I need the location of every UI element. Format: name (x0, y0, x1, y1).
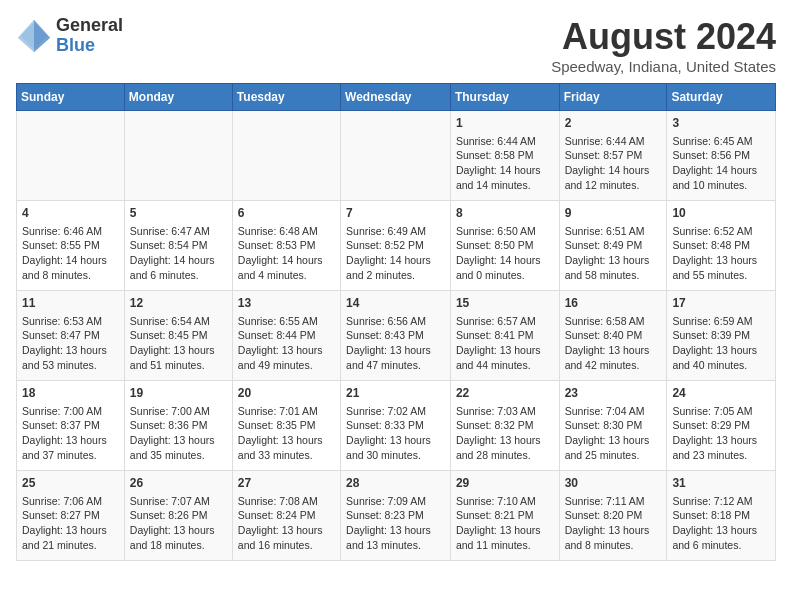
day-info: Daylight: 13 hours and 42 minutes. (565, 343, 662, 372)
day-info: Sunrise: 7:08 AM (238, 494, 335, 509)
day-info: Daylight: 13 hours and 49 minutes. (238, 343, 335, 372)
day-info: Daylight: 13 hours and 21 minutes. (22, 523, 119, 552)
day-info: Daylight: 13 hours and 51 minutes. (130, 343, 227, 372)
calendar-cell: 16Sunrise: 6:58 AMSunset: 8:40 PMDayligh… (559, 291, 667, 381)
day-number: 6 (238, 205, 335, 222)
day-number: 26 (130, 475, 227, 492)
day-info: Sunrise: 7:04 AM (565, 404, 662, 419)
day-info: Sunrise: 7:09 AM (346, 494, 445, 509)
day-number: 4 (22, 205, 119, 222)
day-info: Sunset: 8:29 PM (672, 418, 770, 433)
day-info: Daylight: 14 hours and 2 minutes. (346, 253, 445, 282)
day-info: Sunset: 8:47 PM (22, 328, 119, 343)
day-info: Sunrise: 7:00 AM (130, 404, 227, 419)
calendar-cell: 15Sunrise: 6:57 AMSunset: 8:41 PMDayligh… (450, 291, 559, 381)
calendar-cell: 27Sunrise: 7:08 AMSunset: 8:24 PMDayligh… (232, 471, 340, 561)
day-info: Daylight: 13 hours and 6 minutes. (672, 523, 770, 552)
day-info: Daylight: 13 hours and 33 minutes. (238, 433, 335, 462)
col-saturday: Saturday (667, 84, 776, 111)
calendar-cell: 22Sunrise: 7:03 AMSunset: 8:32 PMDayligh… (450, 381, 559, 471)
day-number: 22 (456, 385, 554, 402)
day-info: Sunset: 8:43 PM (346, 328, 445, 343)
calendar-cell (341, 111, 451, 201)
calendar-cell (232, 111, 340, 201)
day-info: Sunset: 8:30 PM (565, 418, 662, 433)
day-info: Sunset: 8:18 PM (672, 508, 770, 523)
day-number: 25 (22, 475, 119, 492)
day-info: Daylight: 13 hours and 13 minutes. (346, 523, 445, 552)
day-info: Sunset: 8:21 PM (456, 508, 554, 523)
calendar-cell: 18Sunrise: 7:00 AMSunset: 8:37 PMDayligh… (17, 381, 125, 471)
day-info: Sunrise: 7:06 AM (22, 494, 119, 509)
day-info: Daylight: 14 hours and 4 minutes. (238, 253, 335, 282)
day-info: Sunset: 8:20 PM (565, 508, 662, 523)
day-info: Sunset: 8:35 PM (238, 418, 335, 433)
day-number: 8 (456, 205, 554, 222)
logo-blue: Blue (56, 35, 95, 55)
day-info: Daylight: 14 hours and 6 minutes. (130, 253, 227, 282)
day-info: Sunset: 8:27 PM (22, 508, 119, 523)
calendar-cell: 31Sunrise: 7:12 AMSunset: 8:18 PMDayligh… (667, 471, 776, 561)
day-info: Sunrise: 6:47 AM (130, 224, 227, 239)
week-row-5: 25Sunrise: 7:06 AMSunset: 8:27 PMDayligh… (17, 471, 776, 561)
calendar-cell: 26Sunrise: 7:07 AMSunset: 8:26 PMDayligh… (124, 471, 232, 561)
calendar-cell: 17Sunrise: 6:59 AMSunset: 8:39 PMDayligh… (667, 291, 776, 381)
day-info: Daylight: 13 hours and 30 minutes. (346, 433, 445, 462)
calendar-cell: 9Sunrise: 6:51 AMSunset: 8:49 PMDaylight… (559, 201, 667, 291)
day-number: 28 (346, 475, 445, 492)
calendar-cell: 8Sunrise: 6:50 AMSunset: 8:50 PMDaylight… (450, 201, 559, 291)
day-number: 1 (456, 115, 554, 132)
week-row-4: 18Sunrise: 7:00 AMSunset: 8:37 PMDayligh… (17, 381, 776, 471)
day-info: Sunrise: 7:11 AM (565, 494, 662, 509)
calendar-cell: 1Sunrise: 6:44 AMSunset: 8:58 PMDaylight… (450, 111, 559, 201)
day-info: Sunset: 8:32 PM (456, 418, 554, 433)
day-info: Sunrise: 7:10 AM (456, 494, 554, 509)
day-info: Sunrise: 7:03 AM (456, 404, 554, 419)
day-info: Daylight: 14 hours and 8 minutes. (22, 253, 119, 282)
day-info: Sunrise: 6:44 AM (565, 134, 662, 149)
day-info: Sunset: 8:52 PM (346, 238, 445, 253)
calendar-cell: 25Sunrise: 7:06 AMSunset: 8:27 PMDayligh… (17, 471, 125, 561)
day-info: Sunset: 8:36 PM (130, 418, 227, 433)
day-info: Sunset: 8:24 PM (238, 508, 335, 523)
day-info: Sunset: 8:54 PM (130, 238, 227, 253)
calendar-cell: 30Sunrise: 7:11 AMSunset: 8:20 PMDayligh… (559, 471, 667, 561)
calendar-cell: 2Sunrise: 6:44 AMSunset: 8:57 PMDaylight… (559, 111, 667, 201)
day-info: Daylight: 13 hours and 11 minutes. (456, 523, 554, 552)
day-info: Sunset: 8:33 PM (346, 418, 445, 433)
day-number: 15 (456, 295, 554, 312)
day-info: Sunset: 8:23 PM (346, 508, 445, 523)
day-info: Sunrise: 7:00 AM (22, 404, 119, 419)
day-info: Sunrise: 7:02 AM (346, 404, 445, 419)
day-info: Sunrise: 6:52 AM (672, 224, 770, 239)
day-info: Sunrise: 6:57 AM (456, 314, 554, 329)
day-info: Sunrise: 6:44 AM (456, 134, 554, 149)
day-info: Sunset: 8:41 PM (456, 328, 554, 343)
day-info: Sunrise: 6:51 AM (565, 224, 662, 239)
calendar-cell: 28Sunrise: 7:09 AMSunset: 8:23 PMDayligh… (341, 471, 451, 561)
day-number: 27 (238, 475, 335, 492)
calendar-cell: 23Sunrise: 7:04 AMSunset: 8:30 PMDayligh… (559, 381, 667, 471)
week-row-2: 4Sunrise: 6:46 AMSunset: 8:55 PMDaylight… (17, 201, 776, 291)
calendar-cell: 24Sunrise: 7:05 AMSunset: 8:29 PMDayligh… (667, 381, 776, 471)
calendar-cell: 19Sunrise: 7:00 AMSunset: 8:36 PMDayligh… (124, 381, 232, 471)
day-info: Sunrise: 7:05 AM (672, 404, 770, 419)
day-info: Sunrise: 7:07 AM (130, 494, 227, 509)
col-monday: Monday (124, 84, 232, 111)
logo-text: General Blue (56, 16, 123, 56)
col-friday: Friday (559, 84, 667, 111)
day-number: 31 (672, 475, 770, 492)
day-info: Sunset: 8:39 PM (672, 328, 770, 343)
calendar-cell: 3Sunrise: 6:45 AMSunset: 8:56 PMDaylight… (667, 111, 776, 201)
day-number: 30 (565, 475, 662, 492)
day-info: Sunrise: 7:01 AM (238, 404, 335, 419)
day-info: Sunrise: 6:50 AM (456, 224, 554, 239)
calendar-cell (17, 111, 125, 201)
day-info: Sunrise: 6:55 AM (238, 314, 335, 329)
day-number: 11 (22, 295, 119, 312)
col-tuesday: Tuesday (232, 84, 340, 111)
day-info: Daylight: 13 hours and 23 minutes. (672, 433, 770, 462)
day-info: Sunrise: 7:12 AM (672, 494, 770, 509)
day-number: 7 (346, 205, 445, 222)
calendar-cell: 21Sunrise: 7:02 AMSunset: 8:33 PMDayligh… (341, 381, 451, 471)
